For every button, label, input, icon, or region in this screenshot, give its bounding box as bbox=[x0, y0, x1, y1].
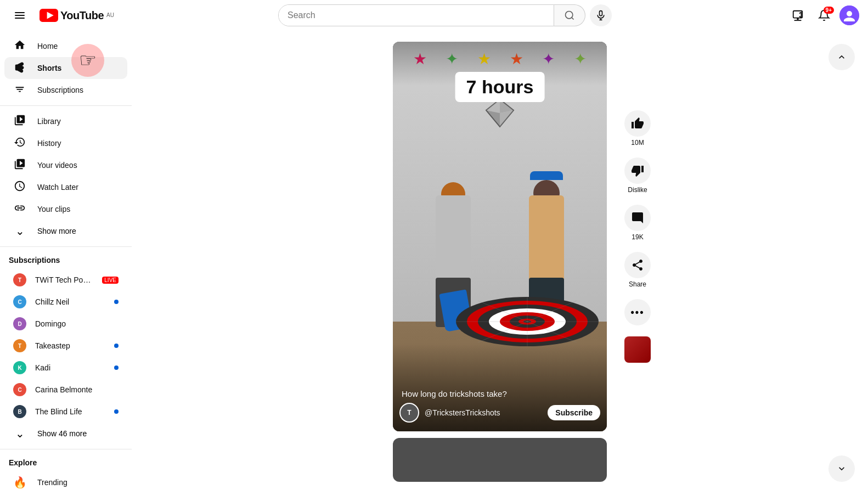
sidebar-item-history-label: History bbox=[37, 139, 61, 148]
sidebar-item-history[interactable]: History bbox=[4, 132, 127, 154]
comment-action: 19K bbox=[624, 205, 651, 241]
share-button[interactable] bbox=[624, 252, 651, 278]
menu-button[interactable] bbox=[9, 4, 31, 26]
sidebar-item-library-label: Library bbox=[37, 117, 61, 126]
subscription-item-takeastep[interactable]: T Takeastep bbox=[4, 335, 127, 357]
more-button[interactable]: ••• bbox=[624, 299, 651, 325]
subscription-item-twit[interactable]: T TWiT Tech Podc... LIVE bbox=[4, 269, 127, 291]
svg-point-11 bbox=[797, 19, 798, 20]
logo-country: AU bbox=[106, 12, 114, 18]
sub-avatar-takeastep: T bbox=[13, 339, 26, 352]
new-dot-kadi bbox=[114, 365, 119, 370]
logo[interactable]: YouTube AU bbox=[40, 9, 114, 22]
svg-rect-0 bbox=[15, 12, 25, 13]
sidebar-item-home[interactable]: Home bbox=[4, 35, 127, 57]
sidebar-item-watch-later-label: Watch Later bbox=[37, 183, 78, 192]
notification-badge: 9+ bbox=[824, 7, 834, 14]
mic-button[interactable] bbox=[590, 4, 612, 26]
sub-avatar-domingo: D bbox=[13, 317, 26, 330]
short-card[interactable]: ★ ✦ ★ ★ ✦ ✦ bbox=[393, 42, 607, 431]
sidebar-item-subscriptions-label: Subscriptions bbox=[37, 86, 83, 94]
show-more-subs-button[interactable]: ⌄ Show 46 more bbox=[4, 423, 127, 445]
svg-point-5 bbox=[565, 12, 572, 19]
explore-title: Explore bbox=[0, 454, 132, 471]
scroll-up-button[interactable] bbox=[828, 44, 855, 70]
more-action: ••• bbox=[624, 299, 651, 325]
next-short-card[interactable] bbox=[393, 438, 607, 482]
new-dot-blindlife bbox=[114, 409, 119, 414]
short-title: How long do trickshots take? bbox=[402, 389, 598, 398]
subscription-item-blindlife[interactable]: B The Blind Life bbox=[4, 401, 127, 423]
subscription-item-domingo[interactable]: D Domingo bbox=[4, 313, 127, 335]
svg-line-6 bbox=[572, 18, 574, 20]
subscriptions-icon bbox=[13, 83, 26, 98]
dislike-label: Dislike bbox=[628, 186, 647, 194]
channel-name: @TrickstersTrickshots bbox=[425, 408, 542, 417]
sub-avatar-chillzneil: C bbox=[13, 295, 26, 308]
live-badge-twit: LIVE bbox=[102, 277, 119, 284]
channel-row: T @TrickstersTrickshots Subscribe bbox=[399, 403, 600, 423]
subscription-item-carina[interactable]: C Carina Belmonte bbox=[4, 379, 127, 401]
side-actions: 10M Dislike 19K bbox=[624, 110, 651, 363]
sidebar-item-your-videos[interactable]: Your videos bbox=[4, 154, 127, 176]
subscribe-button[interactable]: Subscribe bbox=[548, 405, 600, 420]
like-button[interactable] bbox=[624, 110, 651, 137]
sub-name-takeastep: Takeastep bbox=[35, 341, 105, 350]
divider-2 bbox=[0, 246, 132, 247]
share-label: Share bbox=[629, 280, 646, 288]
sub-name-domingo: Domingo bbox=[35, 319, 119, 328]
sidebar-item-shorts-label: Shorts bbox=[37, 64, 61, 72]
shorts-icon bbox=[13, 61, 26, 76]
sidebar-item-home-label: Home bbox=[37, 42, 58, 50]
divider-1 bbox=[0, 105, 132, 106]
search-button[interactable] bbox=[554, 4, 586, 26]
library-icon bbox=[13, 114, 26, 129]
header-center bbox=[149, 4, 741, 26]
comment-button[interactable] bbox=[624, 205, 651, 231]
notifications-button[interactable]: 9+ bbox=[813, 4, 835, 26]
sub-name-kadi: Kadi bbox=[35, 363, 105, 372]
like-count: 10M bbox=[631, 139, 644, 147]
like-action: 10M bbox=[624, 110, 651, 147]
hours-badge: 7 hours bbox=[455, 72, 545, 102]
sidebar-item-library[interactable]: Library bbox=[4, 110, 127, 132]
sub-name-carina: Carina Belmonte bbox=[35, 385, 119, 394]
divider-3 bbox=[0, 449, 132, 449]
sidebar-item-trending[interactable]: 🔥 Trending bbox=[4, 471, 127, 493]
sidebar-item-your-clips[interactable]: Your clips bbox=[4, 198, 127, 220]
svg-rect-7 bbox=[600, 11, 602, 16]
home-icon bbox=[13, 39, 26, 54]
sidebar-item-your-clips-label: Your clips bbox=[37, 205, 70, 213]
sidebar-item-watch-later[interactable]: Watch Later bbox=[4, 176, 127, 198]
new-dot-takeastep bbox=[114, 344, 119, 348]
show-more-button[interactable]: ⌄ Show more bbox=[4, 220, 127, 242]
chevron-down-icon: ⌄ bbox=[13, 224, 26, 238]
share-action: Share bbox=[624, 252, 651, 288]
create-button[interactable] bbox=[787, 4, 809, 26]
history-icon bbox=[13, 136, 26, 151]
subscription-item-kadi[interactable]: K Kadi bbox=[4, 357, 127, 379]
dislike-action: Dislike bbox=[624, 158, 651, 194]
sub-name-chillzneil: Chillz Neil bbox=[35, 297, 105, 306]
comment-count: 19K bbox=[632, 233, 643, 241]
sub-name-blindlife: The Blind Life bbox=[35, 407, 105, 416]
sub-avatar-kadi: K bbox=[13, 361, 26, 374]
sidebar: Home Shorts Subscriptions Library bbox=[0, 31, 132, 495]
svg-rect-1 bbox=[15, 15, 25, 16]
sidebar-item-subscriptions[interactable]: Subscriptions bbox=[4, 79, 127, 101]
header-left: YouTube AU bbox=[9, 4, 140, 26]
next-video-thumb[interactable] bbox=[624, 336, 651, 363]
shorts-container: ★ ✦ ★ ★ ✦ ✦ bbox=[390, 31, 610, 493]
header-right: 9+ bbox=[749, 4, 859, 26]
sub-avatar-carina: C bbox=[13, 383, 26, 396]
subscription-item-chillzneil[interactable]: C Chillz Neil bbox=[4, 291, 127, 313]
scroll-down-button[interactable] bbox=[828, 455, 855, 482]
user-avatar[interactable] bbox=[839, 5, 859, 25]
sidebar-item-shorts[interactable]: Shorts bbox=[4, 57, 127, 79]
channel-avatar: T bbox=[399, 403, 419, 423]
sub-name-twit: TWiT Tech Podc... bbox=[35, 275, 93, 284]
search-input[interactable] bbox=[279, 5, 554, 26]
dislike-button[interactable] bbox=[624, 158, 651, 184]
main-content: ★ ✦ ★ ★ ✦ ✦ bbox=[132, 31, 868, 495]
subscriptions-title: Subscriptions bbox=[0, 251, 132, 269]
